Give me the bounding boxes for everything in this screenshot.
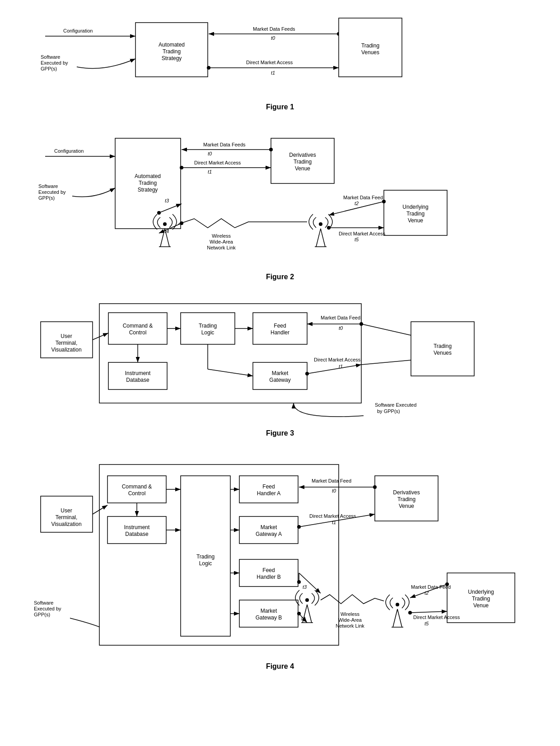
svg-text:Feed: Feed — [262, 567, 275, 573]
svg-point-82 — [305, 372, 309, 375]
config2: Configuration — [54, 148, 84, 154]
svg-text:t0: t0 — [332, 488, 336, 493]
svg-text:Executed by: Executed by — [38, 189, 66, 195]
svg-text:Database: Database — [125, 531, 149, 537]
svg-text:t4: t4 — [165, 229, 169, 234]
svg-text:t3: t3 — [303, 584, 307, 590]
svg-line-80 — [361, 324, 411, 335]
svg-point-125 — [297, 525, 301, 529]
svg-text:Market Data Feed: Market Data Feed — [411, 584, 451, 590]
svg-text:Network Link: Network Link — [336, 623, 364, 629]
svg-text:Gateway B: Gateway B — [256, 615, 282, 621]
svg-text:t5: t5 — [355, 237, 359, 242]
dma-label1: Direct Market Access — [246, 60, 293, 65]
software-label3: GPP(s) — [41, 66, 57, 71]
svg-text:Database: Database — [126, 377, 149, 383]
svg-line-132 — [393, 609, 397, 627]
svg-text:Trading: Trading — [434, 343, 452, 349]
svg-text:Derivatives: Derivatives — [289, 152, 316, 158]
svg-point-131 — [305, 598, 309, 602]
mdf-label1: Market Data Feeds — [253, 26, 295, 32]
svg-text:Wireless: Wireless — [341, 611, 360, 617]
svg-text:Market: Market — [261, 524, 277, 530]
svg-text:t5: t5 — [425, 621, 429, 626]
figure3-container: User Terminal, Visualization Command & C… — [9, 295, 551, 437]
svg-text:Automated: Automated — [135, 173, 161, 179]
svg-text:t1: t1 — [208, 169, 212, 174]
svg-text:Trading: Trading — [199, 323, 217, 329]
svg-text:Venue: Venue — [473, 602, 489, 609]
figure3-title: Figure 3 — [9, 429, 551, 437]
svg-text:Handler A: Handler A — [257, 490, 281, 497]
svg-text:Visualization: Visualization — [51, 521, 81, 527]
t1-label1: t1 — [271, 70, 275, 75]
svg-point-23 — [180, 166, 183, 169]
svg-text:Handler B: Handler B — [257, 574, 280, 580]
figure1-container: Configuration Software Executed by GPP(s… — [9, 9, 551, 111]
svg-text:Instrument: Instrument — [125, 370, 151, 376]
svg-text:t1: t1 — [339, 364, 343, 369]
svg-point-144 — [297, 612, 301, 615]
svg-text:Feed: Feed — [262, 483, 275, 490]
svg-text:Wide-Area: Wide-Area — [338, 617, 362, 623]
ats-text2: Trading — [163, 48, 181, 55]
figure4-svg: User Terminal, Visualization Software Ex… — [32, 451, 528, 659]
svg-point-33 — [319, 222, 322, 226]
config-label: Configuration — [63, 28, 93, 33]
figure4-container: User Terminal, Visualization Software Ex… — [9, 451, 551, 671]
svg-text:Gateway: Gateway — [269, 377, 290, 383]
svg-point-51 — [327, 226, 331, 230]
svg-text:Terminal,: Terminal, — [56, 514, 78, 521]
svg-text:GPP(s): GPP(s) — [34, 612, 50, 617]
svg-point-29 — [163, 222, 167, 226]
svg-text:Direct Market Access: Direct Market Access — [194, 160, 241, 165]
svg-text:t4: t4 — [301, 616, 305, 621]
svg-text:t2: t2 — [355, 201, 359, 206]
svg-text:Venue: Venue — [295, 165, 310, 172]
svg-text:Wide-Area: Wide-Area — [210, 239, 233, 244]
svg-text:Direct Market Access: Direct Market Access — [413, 615, 460, 620]
ats-text3: Strategy — [162, 55, 182, 61]
svg-text:Command &: Command & — [122, 483, 152, 490]
svg-text:Venues: Venues — [434, 350, 452, 356]
svg-text:Underlying: Underlying — [402, 204, 428, 210]
svg-point-38 — [157, 211, 161, 215]
svg-text:Logic: Logic — [201, 329, 215, 336]
svg-point-121 — [373, 485, 377, 489]
svg-point-154 — [408, 611, 412, 615]
svg-text:Executed by: Executed by — [34, 606, 61, 611]
svg-text:t0: t0 — [339, 325, 343, 331]
svg-text:Market Data Feed: Market Data Feed — [343, 195, 383, 200]
svg-point-41 — [180, 221, 183, 225]
svg-text:GPP(s): GPP(s) — [38, 195, 55, 201]
svg-text:Trading: Trading — [397, 496, 415, 502]
svg-line-133 — [397, 609, 402, 627]
svg-point-135 — [396, 603, 399, 606]
svg-text:Handler: Handler — [271, 329, 289, 336]
tv-text1: Trading — [361, 42, 379, 49]
software-label2: Executed by — [41, 60, 68, 66]
svg-text:Market Data Feeds: Market Data Feeds — [203, 142, 246, 147]
svg-text:Control: Control — [129, 329, 147, 336]
svg-text:Direct Market Access: Direct Market Access — [314, 357, 361, 362]
svg-point-141 — [297, 580, 301, 584]
svg-text:Trading: Trading — [139, 180, 157, 186]
svg-text:Control: Control — [128, 490, 146, 497]
figure2-svg: Configuration Software Executed by GPP(s… — [32, 125, 528, 269]
svg-text:Network Link: Network Link — [207, 245, 236, 250]
svg-text:t2: t2 — [425, 590, 429, 596]
figure1-svg: Configuration Software Executed by GPP(s… — [32, 9, 528, 99]
svg-text:User: User — [61, 333, 72, 339]
svg-text:Trading: Trading — [406, 211, 425, 217]
svg-text:Market Data Feed: Market Data Feed — [312, 478, 351, 483]
svg-text:Software: Software — [38, 183, 58, 189]
svg-text:t0: t0 — [208, 151, 212, 156]
svg-text:Logic: Logic — [199, 560, 212, 567]
svg-text:Strategy: Strategy — [138, 187, 158, 193]
svg-text:Visualization: Visualization — [51, 347, 81, 353]
figure2-title: Figure 2 — [9, 273, 551, 281]
t0-label1: t0 — [271, 35, 275, 41]
svg-text:Venue: Venue — [399, 503, 414, 509]
svg-line-85 — [361, 360, 411, 365]
ats-text1: Automated — [159, 42, 185, 48]
